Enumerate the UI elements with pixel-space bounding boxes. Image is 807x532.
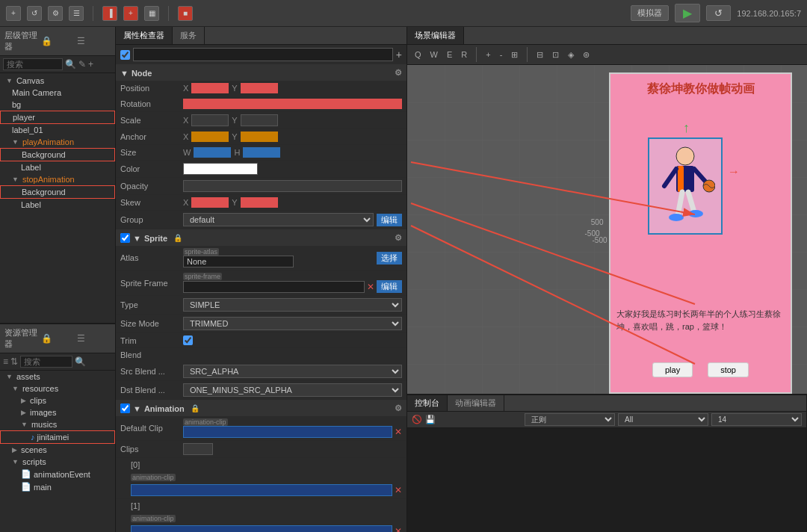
add-icon[interactable]: + [6,6,21,21]
search-icon[interactable]: 🔍 [65,59,76,69]
tool-zoom-in[interactable]: + [483,49,493,60]
group-edit-btn[interactable]: 编辑 [377,214,402,226]
trim-checkbox[interactable] [183,335,193,345]
anim-lock-icon[interactable]: 🔒 [191,404,200,412]
animation-enabled[interactable] [120,403,130,413]
tree-label2[interactable]: Label [0,199,115,211]
assets-lock-icon[interactable]: 🔒 [41,333,75,344]
size-mode-dropdown[interactable]: TRIMMED [183,317,402,330]
tree-label1[interactable]: Label [0,161,115,173]
tab-scene-editor[interactable]: 场景编辑器 [407,27,464,44]
refresh-icon[interactable]: ↺ [27,6,42,21]
hierarchy-menu-icon[interactable]: ☰ [77,36,111,46]
gc-stop-btn[interactable]: stop [708,362,749,377]
src-blend-dropdown[interactable]: SRC_ALPHA [183,365,402,378]
clip0-input[interactable]: jump [131,484,392,496]
player-checkbox[interactable] [120,50,130,60]
rotation-input[interactable]: 0 [183,99,402,109]
sprite-lock-icon[interactable]: 🔒 [173,234,182,242]
clip0-clear-icon[interactable]: ✕ [395,485,402,495]
console-clear-btn[interactable]: 🚫 [412,415,422,424]
assets-animation-event[interactable]: 📄 animationEvent [0,468,115,480]
tree-label01[interactable]: label_01 [0,124,115,136]
sprite-frame-edit-btn[interactable]: 编辑 [377,280,402,293]
hierarchy-lock-icon[interactable]: 🔒 [41,36,75,46]
assets-sort-icon[interactable]: ≡ [3,356,8,367]
sprite-gear-icon[interactable]: ⚙ [395,233,402,243]
tool-misc4[interactable]: ⊛ [580,49,593,61]
assets-jinitaimei[interactable]: ♪ jinitaimei [0,430,115,444]
sprite-section-header[interactable]: ▼ Sprite 🔒 ⚙ [116,230,406,246]
tool-w[interactable]: W [427,49,441,60]
tool-misc2[interactable]: ⊡ [549,49,562,61]
tree-background2[interactable]: Background [0,185,115,199]
play-btn[interactable]: ▶ [675,4,700,22]
atlas-input[interactable] [183,256,294,267]
add2-icon[interactable]: + [123,6,138,21]
clips-count-input[interactable]: 2 [183,443,213,455]
animation-gear-icon[interactable]: ⚙ [395,403,402,413]
tree-background1[interactable]: Background [0,148,115,161]
tool-q[interactable]: Q [412,49,424,60]
hierarchy-search-input[interactable] [3,58,63,70]
tree-main-camera[interactable]: Main Camera [0,87,115,99]
node-section-header[interactable]: ▼ Node ⚙ [116,65,406,81]
sprite-enabled[interactable] [120,233,130,243]
assets-images[interactable]: ▶ images [0,406,115,418]
refresh-btn[interactable]: ↺ [706,5,731,21]
assets-root[interactable]: ▼ assets [0,371,115,383]
scale-x-input[interactable]: 1 [191,114,229,126]
assets-search-icon[interactable]: 🔍 [75,356,86,367]
tool-zoom-out[interactable]: - [497,49,506,60]
tree-play-animation[interactable]: ▼ playAnimation [0,136,115,148]
gc-play-btn[interactable]: play [652,362,693,377]
sprite-frame-input[interactable]: 1 [183,281,365,293]
clip1-clear-icon[interactable]: ✕ [395,526,402,532]
sprite-frame-clear-icon[interactable]: ✕ [367,282,374,292]
tab-animation-editor[interactable]: 动画编辑器 [448,395,504,411]
assets-scripts[interactable]: ▼ scripts [0,456,115,468]
animation-section-header[interactable]: ▼ Animation 🔒 ⚙ [116,400,406,416]
default-clip-clear-icon[interactable]: ✕ [395,427,402,437]
assets-musics[interactable]: ▼ musics [0,418,115,430]
assets-main[interactable]: 📄 main [0,480,115,493]
tool-grid[interactable]: ⊞ [508,49,521,61]
node-gear-icon[interactable]: ⚙ [395,68,402,78]
tree-bg[interactable]: bg [0,99,115,111]
group-dropdown[interactable]: default [183,213,374,226]
settings-icon[interactable]: ⚙ [48,6,63,21]
assets-resources[interactable]: ▼ resources [0,383,115,395]
anchor-x-input[interactable]: 0.5 [191,132,229,142]
tool-misc1[interactable]: ⊟ [534,49,546,61]
console-save-btn[interactable]: 💾 [425,415,436,424]
preview-icon[interactable]: ■ [178,6,193,21]
position-y-input[interactable]: 0 [241,83,278,93]
player-name-input[interactable]: player [133,48,393,61]
tool-r[interactable]: R [458,49,470,60]
skew-y-input[interactable]: 0 [241,197,278,208]
simulate-btn[interactable]: 模拟器 [631,5,669,21]
assets-sort2-icon[interactable]: ⇅ [10,356,18,367]
tool-e[interactable]: E [444,49,455,60]
dst-blend-dropdown[interactable]: ONE_MINUS_SRC_ALPHA [183,383,402,397]
tree-stop-animation[interactable]: ▼ stopAnimation [0,173,115,185]
tab-console[interactable]: 控制台 [407,395,448,411]
skew-x-input[interactable]: 0 [191,197,229,208]
position-x-input[interactable]: 0 [191,83,229,93]
color-picker[interactable] [183,163,258,175]
build-icon[interactable]: ☰ [69,6,84,21]
assets-menu-icon[interactable]: ☰ [77,333,111,344]
console-filter-dropdown[interactable]: 正则 [525,413,615,426]
console-level-dropdown[interactable]: All [618,413,708,426]
clip1-input[interactable]: play [131,525,392,532]
default-clip-input[interactable]: play [183,426,392,438]
plus-icon[interactable]: + [88,59,93,69]
add-component-btn[interactable]: + [396,49,402,61]
tree-player[interactable]: player [0,111,115,124]
assets-scenes[interactable]: ▶ scenes [0,444,115,456]
opacity-input[interactable]: 255 [183,180,402,192]
grid-icon[interactable]: ▦ [144,6,159,21]
size-h-input[interactable]: 291 [243,147,280,158]
scale-y-input[interactable]: 1 [241,114,278,126]
size-w-input[interactable]: 270 [194,147,231,158]
